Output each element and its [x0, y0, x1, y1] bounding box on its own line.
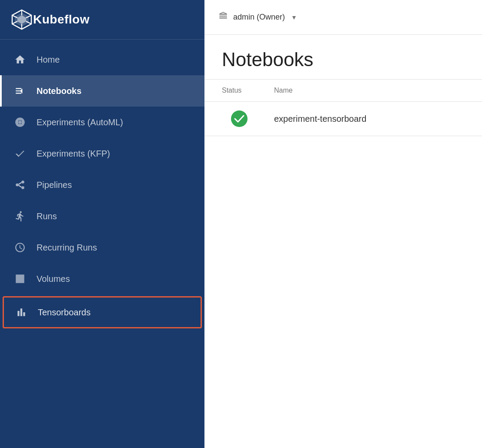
table-header: Status Name	[204, 80, 482, 102]
svg-point-11	[21, 181, 24, 184]
sidebar-item-label-tensorboards: Tensorboards	[38, 308, 90, 318]
recurring-icon	[12, 240, 28, 255]
top-bar: admin (Owner) ▼	[204, 0, 482, 35]
kfp-icon	[12, 146, 28, 161]
svg-point-12	[21, 186, 24, 189]
namespace-name: admin (Owner)	[233, 13, 285, 22]
home-icon	[12, 52, 28, 67]
kubeflow-logo-icon	[10, 8, 33, 31]
sidebar-item-tensorboards[interactable]: Tensorboards	[3, 296, 202, 328]
sidebar-item-experiments-automl[interactable]: Experiments (AutoML)	[0, 107, 204, 138]
sidebar-item-label-recurring-runs: Recurring Runs	[37, 243, 97, 253]
sidebar-item-label-notebooks: Notebooks	[37, 86, 81, 96]
sidebar-item-experiments-kfp[interactable]: Experiments (KFP)	[0, 138, 204, 169]
sidebar-item-runs[interactable]: Runs	[0, 201, 204, 232]
main-content: admin (Owner) ▼ Notebooks Status Name ex…	[204, 0, 482, 448]
svg-line-13	[19, 183, 22, 184]
dropdown-arrow-icon: ▼	[291, 14, 297, 21]
notebook-icon	[12, 83, 28, 99]
sidebar-header: Kubeflow	[0, 0, 204, 39]
notebook-name: experiment-tensorboard	[274, 114, 465, 124]
page-title: Notebooks	[222, 49, 465, 70]
namespace-value: admin	[233, 13, 254, 21]
table-row[interactable]: experiment-tensorboard	[204, 102, 482, 136]
sidebar: Kubeflow Home Notebooks Experiments (Aut…	[0, 0, 204, 448]
app-title: Kubeflow	[33, 13, 90, 27]
notebooks-table: Status Name experiment-tensorboard	[204, 80, 482, 448]
column-header-status: Status	[222, 87, 257, 94]
column-header-name: Name	[274, 87, 465, 94]
sidebar-item-home[interactable]: Home	[0, 44, 204, 75]
status-running-icon	[231, 110, 248, 127]
namespace-selector[interactable]: admin (Owner) ▼	[218, 10, 297, 24]
svg-line-14	[19, 185, 22, 187]
sidebar-item-pipelines[interactable]: Pipelines	[0, 169, 204, 201]
volumes-icon	[12, 271, 28, 287]
status-cell	[222, 110, 257, 127]
sidebar-nav: Home Notebooks Experiments (AutoML) Expe…	[0, 40, 204, 448]
namespace-icon	[218, 10, 229, 24]
sidebar-item-label-automl: Experiments (AutoML)	[37, 117, 123, 127]
tensorboards-icon	[13, 304, 29, 320]
sidebar-item-notebooks[interactable]: Notebooks	[0, 75, 204, 107]
sidebar-item-volumes[interactable]: Volumes	[0, 263, 204, 294]
namespace-role: (Owner)	[257, 13, 285, 21]
page-header: Notebooks	[204, 35, 482, 80]
svg-point-9	[19, 121, 22, 124]
sidebar-item-label-volumes: Volumes	[37, 274, 70, 284]
runs-icon	[12, 208, 28, 224]
svg-point-15	[231, 110, 248, 127]
sidebar-item-label-home: Home	[37, 55, 60, 65]
pipelines-icon	[12, 177, 28, 193]
sidebar-item-label-runs: Runs	[37, 211, 57, 221]
sidebar-item-label-pipelines: Pipelines	[37, 180, 72, 190]
sidebar-item-recurring-runs[interactable]: Recurring Runs	[0, 232, 204, 263]
automl-icon	[12, 114, 28, 130]
svg-point-10	[16, 184, 19, 187]
sidebar-item-label-kfp: Experiments (KFP)	[37, 149, 110, 159]
